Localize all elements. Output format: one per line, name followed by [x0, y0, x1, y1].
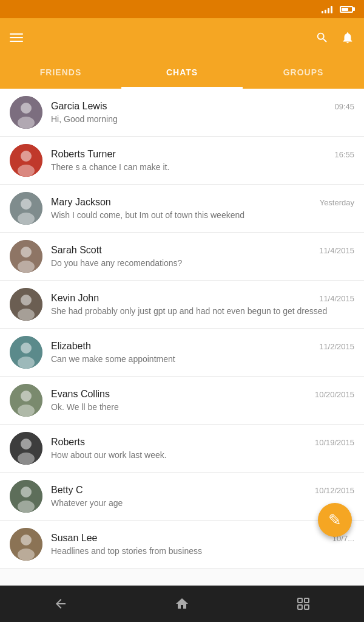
svg-point-28	[21, 535, 32, 545]
chat-info: Susan Lee10/7...Headlines and top storie…	[51, 533, 354, 556]
chat-time: 10/20/2015	[315, 390, 354, 399]
chat-name: Betty C	[51, 485, 83, 496]
svg-point-5	[18, 165, 35, 177]
svg-point-22	[21, 439, 32, 449]
chat-preview: She had probably only just gpt up and ha…	[51, 306, 354, 316]
chat-name: Sarah Scott	[51, 245, 102, 256]
chat-time: 11/4/2015	[319, 294, 354, 303]
chat-time: 10/19/2015	[315, 438, 354, 447]
svg-rect-32	[298, 605, 302, 609]
chat-time: 11/2/2015	[319, 342, 354, 351]
svg-point-1	[21, 103, 32, 114]
avatar	[10, 336, 42, 369]
chat-name: Evans Collins	[51, 389, 110, 400]
avatar	[10, 384, 42, 417]
chat-name: Garcia Lewis	[51, 101, 107, 112]
svg-point-19	[21, 391, 32, 402]
tab-groups[interactable]: GROUPS	[243, 57, 364, 89]
chat-time: 16:55	[334, 150, 354, 159]
chat-info: Roberts10/19/2015How about our work last…	[51, 437, 354, 460]
chat-time: Yesterday	[320, 198, 354, 207]
chat-info: Garcia Lewis09:45Hi, Good morning	[51, 101, 354, 124]
svg-point-20	[18, 405, 35, 417]
chat-item[interactable]: Betty C10/12/2015Whatever your age	[0, 473, 364, 521]
chat-item[interactable]: Sarah Scott11/4/2015Do you have any reco…	[0, 233, 364, 281]
search-icon[interactable]	[315, 31, 329, 44]
avatar	[10, 528, 42, 561]
svg-rect-33	[305, 605, 309, 609]
svg-point-25	[21, 487, 32, 497]
svg-point-4	[21, 151, 32, 162]
svg-point-2	[18, 117, 35, 129]
chat-preview: Do you have any recomendations?	[51, 258, 354, 268]
battery-icon	[340, 6, 353, 13]
tab-friends[interactable]: FRIENDS	[0, 57, 121, 89]
chat-preview: Whatever your age	[51, 498, 354, 508]
app-bar	[0, 18, 364, 57]
bottom-nav	[0, 586, 364, 622]
svg-point-11	[18, 261, 35, 273]
svg-point-7	[21, 199, 32, 210]
chat-time: 09:45	[334, 102, 354, 111]
chat-item[interactable]: Susan Lee10/7...Headlines and top storie…	[0, 521, 364, 569]
svg-point-29	[18, 549, 35, 561]
hamburger-menu-icon[interactable]	[10, 33, 23, 42]
chat-info: Sarah Scott11/4/2015Do you have any reco…	[51, 245, 354, 268]
chat-item[interactable]: Roberts10/19/2015How about our work last…	[0, 425, 364, 473]
chat-preview: Can we make some appointment	[51, 354, 354, 364]
chat-info: Evans Collins10/20/2015Ok. We ll be ther…	[51, 389, 354, 412]
chat-preview: Wish I could come, but Im out of town th…	[51, 210, 354, 220]
compose-fab[interactable]: ✎	[318, 503, 352, 537]
avatar	[10, 240, 42, 273]
chat-preview: There s a chance I can make it.	[51, 162, 354, 172]
svg-point-10	[21, 247, 32, 258]
back-button[interactable]	[42, 592, 79, 616]
svg-point-13	[21, 295, 32, 306]
chat-item[interactable]: Mary JacksonYesterdayWish I could come, …	[0, 185, 364, 233]
chat-info: Roberts Turner16:55There s a chance I ca…	[51, 149, 354, 172]
chat-time: 11/4/2015	[319, 246, 354, 255]
avatar	[10, 480, 42, 513]
svg-point-26	[18, 501, 35, 513]
chat-item[interactable]: Garcia Lewis09:45Hi, Good morning	[0, 89, 364, 137]
home-button[interactable]	[164, 592, 200, 616]
svg-point-16	[21, 343, 32, 354]
avatar	[10, 192, 42, 225]
svg-rect-30	[298, 598, 302, 603]
chat-name: Susan Lee	[51, 533, 98, 544]
svg-point-17	[18, 357, 35, 369]
chat-preview: Hi, Good morning	[51, 114, 354, 124]
chat-item[interactable]: Elizabeth11/2/2015Can we make some appoi…	[0, 329, 364, 377]
chat-info: Betty C10/12/2015Whatever your age	[51, 485, 354, 508]
avatar	[10, 288, 42, 321]
avatar	[10, 432, 42, 465]
avatar	[10, 96, 42, 129]
chat-preview: How about our work last week.	[51, 450, 354, 460]
signal-icon	[322, 5, 332, 13]
app-bar-icons	[315, 31, 354, 44]
chat-list: Garcia Lewis09:45Hi, Good morning Robert…	[0, 89, 364, 586]
avatar	[10, 144, 42, 177]
chat-item[interactable]: Kevin John11/4/2015She had probably only…	[0, 281, 364, 329]
notification-icon[interactable]	[341, 31, 354, 44]
svg-rect-31	[305, 598, 309, 603]
chat-info: Mary JacksonYesterdayWish I could come, …	[51, 197, 354, 220]
chat-info: Kevin John11/4/2015She had probably only…	[51, 293, 354, 316]
chat-time: 10/12/2015	[315, 486, 354, 495]
chat-info: Elizabeth11/2/2015Can we make some appoi…	[51, 341, 354, 364]
chat-name: Mary Jackson	[51, 197, 111, 208]
recents-button[interactable]	[285, 592, 322, 616]
chat-name: Elizabeth	[51, 341, 91, 352]
chat-item[interactable]: Roberts Turner16:55There s a chance I ca…	[0, 137, 364, 185]
chat-preview: Ok. We ll be there	[51, 402, 354, 412]
chat-preview: Headlines and top stories from business	[51, 546, 354, 556]
chat-item[interactable]: Evans Collins10/20/2015Ok. We ll be ther…	[0, 377, 364, 425]
chat-name: Kevin John	[51, 293, 99, 304]
tabs: FRIENDS CHATS GROUPS	[0, 57, 364, 89]
svg-point-8	[18, 213, 35, 225]
status-bar	[0, 0, 364, 18]
svg-point-23	[18, 453, 35, 465]
chat-name: Roberts Turner	[51, 149, 116, 160]
tab-chats[interactable]: CHATS	[121, 57, 243, 89]
chat-name: Roberts	[51, 437, 85, 448]
